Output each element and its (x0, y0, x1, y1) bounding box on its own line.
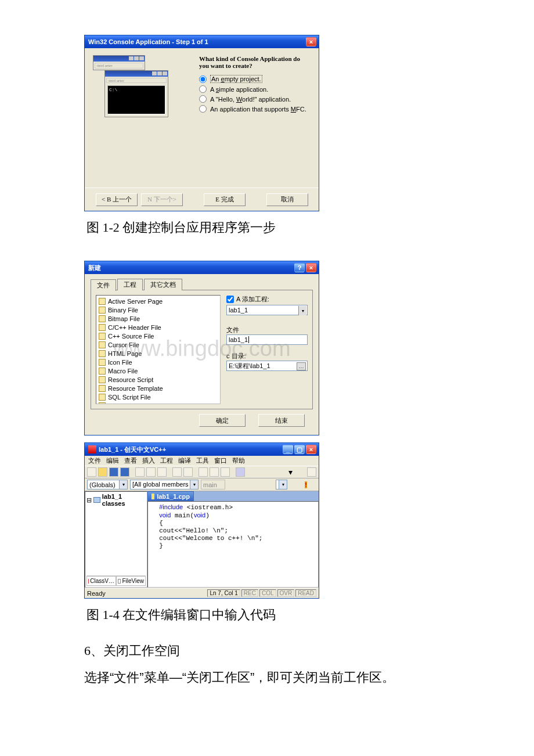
cancel-button[interactable]: 取消 (266, 193, 308, 206)
file-icon (99, 402, 106, 405)
config-combo[interactable]: ▾ (276, 480, 287, 489)
find-icon[interactable] (236, 467, 245, 477)
ok-button[interactable]: 确定 (199, 414, 246, 427)
copy-icon[interactable] (146, 467, 156, 477)
tab-fileview[interactable]: FileView (116, 576, 146, 586)
back-button[interactable]: < B 上一个 (96, 193, 138, 206)
menu-item[interactable]: 窗口 (214, 456, 227, 465)
status-pos: Ln 7, Col 1 (207, 589, 240, 597)
globals-combo[interactable]: (Globals)▾ (87, 480, 128, 489)
end-button[interactable]: 结束 (258, 414, 305, 427)
wizard-buttons: < B 上一个 N 下一个> E 完成 取消 (85, 188, 319, 211)
tab-classview[interactable]: ClassV… (86, 576, 116, 586)
function-combo[interactable]: main (201, 480, 225, 489)
minus-icon[interactable]: ⊟ (86, 496, 92, 504)
editor-tab[interactable]: lab1_1.cpp (147, 491, 194, 501)
close-icon[interactable]: × (306, 37, 316, 46)
file-type-list[interactable]: Active Server PageBinary FileBitmap File… (96, 295, 221, 404)
members-combo[interactable]: [All global members ▾]▾ (130, 480, 199, 489)
menu-item[interactable]: 编辑 (106, 456, 119, 465)
workspace-icon[interactable] (199, 467, 208, 477)
new-icon[interactable] (87, 467, 96, 477)
tab-1[interactable]: 工程 (117, 279, 143, 290)
saveall-icon[interactable] (120, 467, 129, 477)
wizard-option-3[interactable]: An application that supports MFC. (199, 105, 311, 113)
menu-item[interactable]: 工具 (196, 456, 209, 465)
file-type-item[interactable]: C/C++ Header File (98, 323, 219, 332)
menu-item[interactable]: 工程 (160, 456, 173, 465)
output-icon[interactable] (210, 467, 219, 477)
file-type-item[interactable]: SQL Script File (98, 393, 219, 401)
wizard-title: Win32 Console Application - Step 1 of 1 (88, 38, 208, 45)
ide-toolbar[interactable]: ▾ (85, 466, 319, 478)
tab-2[interactable]: 其它文档 (144, 279, 182, 290)
status-rec: REC (241, 589, 258, 597)
radio-icon[interactable] (199, 75, 207, 83)
radio-icon[interactable] (199, 105, 207, 113)
paste-icon[interactable] (157, 467, 167, 477)
menu-item[interactable]: 帮助 (232, 456, 245, 465)
file-type-item[interactable]: Macro File (98, 366, 219, 375)
paragraph-step6: 6、关闭工作空间 (84, 639, 444, 663)
tab-0[interactable]: 文件 (91, 279, 116, 291)
next-button[interactable]: N 下一个> (141, 193, 183, 206)
ide-menubar[interactable]: 文件编辑查看插入工程编译工具窗口帮助 (85, 456, 319, 466)
file-type-item[interactable]: Active Server Page (98, 297, 219, 305)
finish-button[interactable]: E 完成 (204, 193, 246, 206)
menu-item[interactable]: 查看 (124, 456, 137, 465)
status-read: READ (295, 589, 316, 597)
chevron-down-icon[interactable]: ▾ (298, 306, 306, 315)
browse-button[interactable]: … (297, 362, 306, 370)
app-icon (88, 445, 96, 453)
menu-item[interactable]: 插入 (142, 456, 155, 465)
save-icon[interactable] (109, 467, 118, 477)
file-type-item[interactable]: C++ Source File (98, 332, 219, 340)
help-icon[interactable]: ? (294, 263, 305, 272)
file-type-item[interactable]: Resource Script (98, 375, 219, 384)
file-type-item[interactable]: HTML Page (98, 349, 219, 358)
file-icon (99, 394, 106, 401)
directory-input[interactable]: E:\课程\lab1_1 … (226, 361, 308, 371)
close-icon[interactable]: × (306, 263, 316, 272)
wizard-option-2[interactable]: A "Hello, World!" application. (199, 95, 311, 103)
file-type-item[interactable]: Text File (98, 401, 219, 404)
code-editor[interactable]: #include <iostream.h> void main(void) { … (147, 501, 319, 588)
tile-combo[interactable]: ▾ (288, 467, 301, 477)
filename-label: 文件 (226, 326, 308, 334)
paragraph-instruction: 选择“文件”菜单—“关闭工作区”，即可关闭当前工作区。 (84, 665, 444, 690)
minimize-icon[interactable]: _ (283, 445, 293, 454)
project-combo[interactable]: lab1_1 ▾ (226, 305, 308, 315)
wizard-option-0[interactable]: An empty project. (199, 75, 311, 83)
chevron-down-icon[interactable]: ▾ (288, 467, 293, 477)
wizard-option-1[interactable]: A simple application. (199, 85, 311, 93)
radio-icon[interactable] (199, 95, 207, 103)
figure-caption-2: 图 1-4 在文件编辑窗口中输入代码 (86, 604, 444, 625)
menu-item[interactable]: 文件 (88, 456, 101, 465)
file-type-item[interactable]: Cursor File (98, 340, 219, 349)
file-icon (99, 376, 106, 383)
newfile-tabs: 文件工程其它文档 (91, 279, 313, 290)
radio-icon[interactable] (199, 85, 207, 93)
file-type-item[interactable]: Resource Template (98, 384, 219, 393)
file-type-item[interactable]: Binary File (98, 305, 219, 314)
ide-toolbar-2[interactable]: (Globals)▾ [All global members ▾]▾ main … (85, 478, 319, 491)
open-icon[interactable] (98, 467, 107, 477)
undo-icon[interactable] (172, 467, 182, 477)
maximize-icon[interactable]: ▢ (294, 445, 305, 454)
file-type-item[interactable]: Bitmap File (98, 314, 219, 323)
class-tree[interactable]: ⊟ lab1_1 classes (86, 493, 146, 575)
close-icon[interactable]: × (306, 445, 316, 454)
execute-icon[interactable]: ! (305, 481, 307, 488)
file-type-item[interactable]: Icon File (98, 358, 219, 366)
ide-titlebar: lab1_1 - 创天中文VC++ _ ▢ × (85, 443, 319, 456)
wizard-question: What kind of Console Application do you … (199, 55, 311, 69)
filename-input[interactable]: lab1_1 (226, 334, 308, 345)
redo-icon[interactable] (183, 467, 193, 477)
tile-icon[interactable] (307, 467, 316, 477)
tree-root-label[interactable]: lab1_1 classes (102, 493, 146, 507)
menu-item[interactable]: 编译 (178, 456, 191, 465)
cut-icon[interactable] (135, 467, 145, 477)
add-to-project-checkbox[interactable] (226, 296, 234, 303)
window-icon[interactable] (221, 467, 230, 477)
workspace-panel[interactable]: ⊟ lab1_1 classes ClassV… FileView (85, 491, 147, 588)
